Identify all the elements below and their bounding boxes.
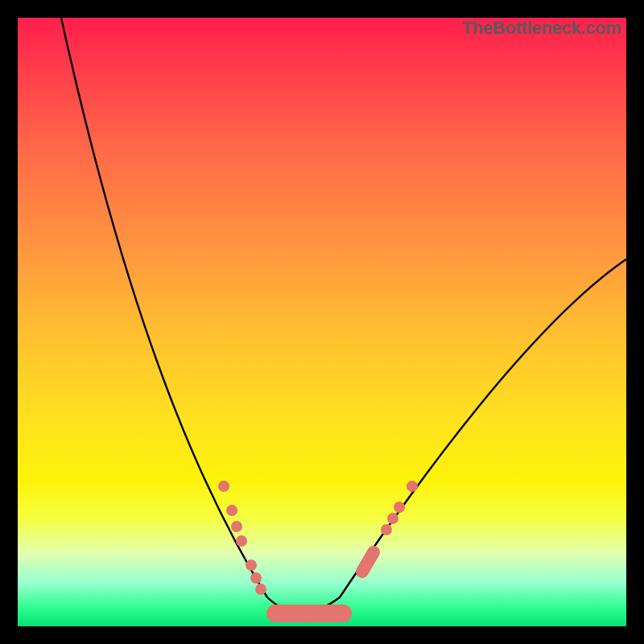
curve-svg bbox=[18, 18, 626, 626]
watermark-text: TheBottleneck.com bbox=[462, 18, 621, 39]
data-marker bbox=[250, 572, 262, 584]
marker-group bbox=[218, 481, 418, 613]
data-marker bbox=[394, 502, 405, 513]
data-marker bbox=[381, 524, 392, 535]
data-marker bbox=[407, 481, 418, 492]
data-marker bbox=[255, 584, 266, 595]
data-marker bbox=[236, 535, 247, 547]
data-marker bbox=[226, 505, 237, 516]
right-cluster-marker bbox=[362, 552, 374, 572]
data-marker bbox=[246, 559, 257, 571]
data-marker bbox=[218, 481, 229, 492]
chart-plot-area: TheBottleneck.com bbox=[18, 18, 626, 626]
data-marker bbox=[231, 521, 242, 532]
bottleneck-curve-path bbox=[61, 18, 626, 613]
data-marker bbox=[387, 513, 398, 524]
